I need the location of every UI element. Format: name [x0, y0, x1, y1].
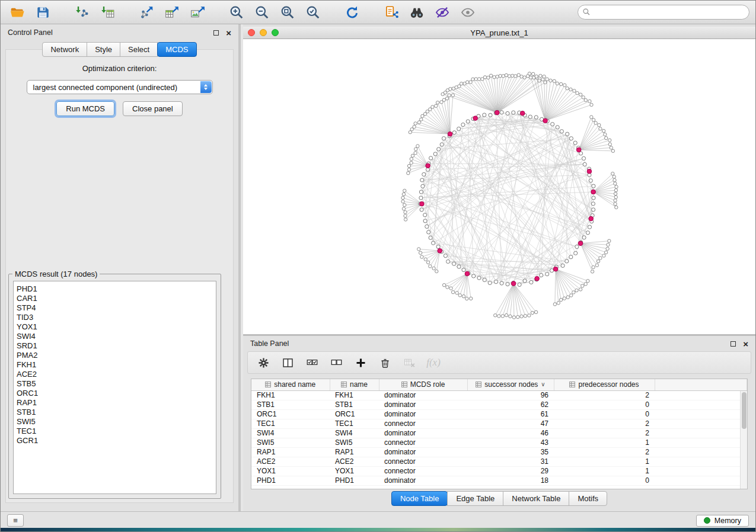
close-table-panel-icon[interactable]: × [743, 339, 748, 348]
mcds-result-item[interactable]: SRD1 [17, 341, 213, 351]
select-all-button[interactable] [302, 354, 321, 371]
mcds-result-item[interactable]: ACE2 [17, 370, 213, 379]
mcds-result-item[interactable]: STP4 [17, 303, 213, 313]
mcds-result-item[interactable]: YOX1 [17, 322, 213, 332]
show-display-button[interactable] [457, 3, 479, 22]
zoom-out-icon [254, 5, 270, 20]
close-panel-button[interactable]: Close panel [123, 101, 183, 116]
zoom-fit-button[interactable] [277, 3, 298, 22]
column-header[interactable]: shared name [251, 379, 330, 390]
column-label: successor nodes [484, 380, 538, 389]
table-cell: dominator [379, 447, 467, 457]
add-row-button[interactable] [351, 354, 370, 371]
table-row[interactable]: PHD1PHD1dominator180 [251, 476, 747, 485]
tab-network[interactable]: Network [42, 42, 87, 57]
mcds-result-item[interactable]: RAP1 [17, 398, 213, 408]
table-row[interactable]: YOX1YOX1connector291 [251, 466, 747, 476]
import-table-button[interactable] [97, 3, 118, 22]
export-image-button[interactable] [187, 3, 208, 22]
table-cell: connector [379, 438, 467, 447]
mcds-result-item[interactable]: SWI4 [17, 332, 213, 341]
mcds-result-item[interactable]: CAR1 [17, 294, 213, 303]
table-row[interactable]: ACE2ACE2connector311 [251, 457, 747, 466]
mcds-result-list[interactable]: PHD1CAR1STP4TID3YOX1SWI4SRD1PMA2FKH1ACE2… [13, 281, 216, 494]
refresh-view-button[interactable] [342, 3, 363, 22]
toolbar-separator [58, 3, 67, 22]
run-mcds-button[interactable]: Run MCDS [56, 101, 114, 116]
column-header[interactable]: MCDS role [379, 379, 467, 390]
mcds-result-item[interactable]: TID3 [17, 313, 213, 322]
memory-button[interactable]: Memory [696, 515, 749, 527]
table-cell: YOX1 [330, 466, 379, 476]
float-table-panel-icon[interactable] [731, 341, 736, 347]
zoom-in-icon [229, 5, 244, 20]
table-cell: YOX1 [251, 466, 330, 476]
close-panel-icon[interactable]: × [226, 28, 231, 37]
mcds-result-item[interactable]: PMA2 [17, 351, 213, 360]
table-row[interactable]: FKH1FKH1dominator962 [251, 390, 747, 400]
table-cell: SWI4 [330, 428, 379, 438]
mcds-result-item[interactable]: TEC1 [17, 427, 213, 436]
panel-menu-button[interactable]: ≡ [7, 514, 24, 527]
mcds-result-item[interactable]: STB1 [17, 408, 213, 417]
import-network-button[interactable] [71, 3, 92, 22]
tab-mcds[interactable]: MCDS [157, 42, 196, 57]
open-file-button[interactable] [7, 3, 28, 22]
table-row[interactable]: ORC1ORC1dominator610 [251, 409, 747, 419]
memory-label: Memory [714, 517, 741, 525]
control-panel-title: Control Panel [8, 28, 53, 37]
mcds-result-item[interactable]: SWI5 [17, 417, 213, 427]
float-panel-icon[interactable] [213, 30, 219, 36]
columns-button[interactable] [278, 354, 297, 371]
zoom-selected-button[interactable] [302, 3, 324, 22]
settings-button[interactable] [254, 354, 273, 371]
network-graph[interactable] [243, 39, 756, 334]
search-network-button[interactable] [406, 3, 428, 22]
export-network-button[interactable] [136, 3, 157, 22]
deselect-all-button[interactable] [327, 354, 346, 371]
toolbar-separator [328, 3, 337, 22]
table-row[interactable]: SWI5SWI5connector431 [251, 438, 747, 447]
tab-node-table[interactable]: Node Table [391, 491, 448, 506]
table-cell-empty [655, 419, 747, 428]
mcds-result-item[interactable]: GCR1 [17, 436, 213, 446]
table-cell: 0 [554, 476, 655, 485]
column-label: shared name [274, 380, 315, 389]
table-cell: 1 [554, 438, 655, 447]
table-scrollbar-thumb[interactable] [742, 392, 747, 429]
table-row[interactable]: SWI4SWI4dominator462 [251, 428, 747, 438]
table-scrollbar[interactable] [740, 391, 747, 489]
save-session-button[interactable] [32, 3, 53, 22]
criterion-dropdown[interactable]: largest connected component (undirected) [27, 80, 213, 94]
table-row[interactable]: TEC1TEC1connector472 [251, 419, 747, 428]
column-header[interactable]: name [330, 379, 379, 390]
column-header[interactable]: successor nodes∨ [467, 379, 554, 390]
tab-network-table[interactable]: Network Table [503, 491, 569, 506]
save-session-icon [35, 5, 50, 20]
delete-row-button[interactable] [375, 354, 394, 371]
zoom-out-button[interactable] [251, 3, 273, 22]
column-header[interactable]: predecessor nodes [554, 379, 655, 390]
mcds-result-item[interactable]: STB5 [17, 379, 213, 389]
export-table-button[interactable] [161, 3, 183, 22]
tab-motifs[interactable]: Motifs [569, 491, 607, 506]
table-row[interactable]: RAP1RAP1dominator352 [251, 447, 747, 457]
share-document-button[interactable] [381, 3, 402, 22]
mcds-result-item[interactable]: PHD1 [17, 284, 213, 294]
mcds-result-item[interactable]: FKH1 [17, 360, 213, 370]
hide-display-button[interactable] [432, 3, 453, 22]
table-cell: 1 [554, 466, 655, 476]
delete-row-icon [379, 357, 391, 369]
search-input[interactable] [578, 5, 749, 20]
mcds-result-item[interactable]: ORC1 [17, 389, 213, 398]
network-canvas[interactable] [243, 39, 755, 334]
tab-style[interactable]: Style [87, 42, 120, 57]
table-row[interactable]: STB1STB1dominator620 [251, 400, 747, 409]
table-cell: 43 [467, 438, 554, 447]
zoom-in-button[interactable] [226, 3, 247, 22]
table-cell-empty [655, 428, 747, 438]
toolbar-separator [122, 3, 132, 22]
fx-button: f(x) [424, 354, 443, 371]
tab-edge-table[interactable]: Edge Table [447, 491, 503, 506]
tab-select[interactable]: Select [120, 42, 158, 57]
